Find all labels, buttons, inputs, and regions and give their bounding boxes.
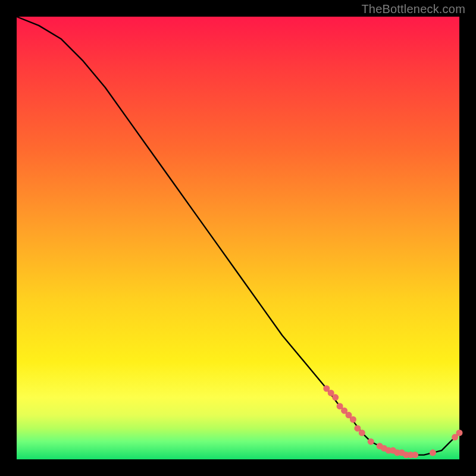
curve-layer: [17, 17, 459, 459]
watermark-text: TheBottleneck.com: [361, 2, 465, 16]
data-point: [332, 394, 339, 400]
chart-frame: TheBottleneck.com: [0, 0, 476, 476]
data-point: [368, 439, 374, 445]
data-point: [412, 452, 418, 458]
data-point: [456, 430, 463, 436]
marker-layer: [323, 386, 462, 459]
data-point: [430, 449, 436, 456]
data-point: [350, 416, 356, 423]
bottleneck-curve: [17, 17, 459, 455]
data-point: [359, 430, 365, 436]
plot-area: [17, 17, 459, 459]
